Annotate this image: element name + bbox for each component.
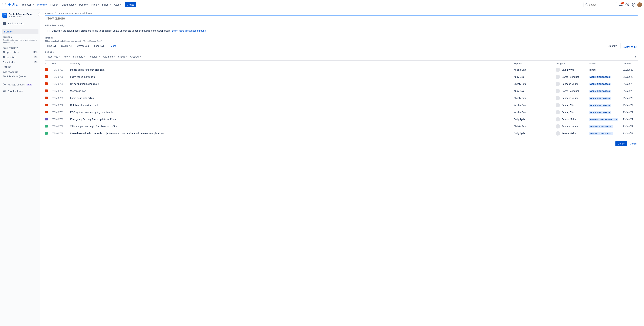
col-summary[interactable]: Summary: [70, 62, 514, 65]
manage-queues[interactable]: Manage queues NEW: [2, 81, 38, 88]
status-lozenge[interactable]: WORK IN PROGRESS: [589, 97, 611, 100]
issue-key[interactable]: ITSM-6792: [52, 104, 70, 106]
reporter[interactable]: Keisha Onai: [514, 104, 556, 106]
issue-summary[interactable]: I can't reach the website.: [70, 76, 514, 78]
issue-key[interactable]: ITSM-6791: [52, 111, 70, 113]
issue-type-icon[interactable]: [45, 111, 48, 113]
columns-expand-icon[interactable]: ▾: [635, 55, 636, 58]
filter-more[interactable]: +More: [108, 45, 116, 47]
assignee[interactable]: Sammy Vito: [556, 68, 589, 72]
give-feedback[interactable]: Give feedback: [2, 88, 38, 95]
column-chip[interactable]: Key×: [64, 55, 70, 58]
assignee[interactable]: Sandeep Varma: [556, 82, 589, 86]
assignee[interactable]: Dante Rodriguez: [556, 75, 589, 79]
sidebar-item-all-my-tickets[interactable]: All my tickets5: [2, 55, 38, 60]
issue-type-icon[interactable]: [45, 75, 48, 78]
reporter[interactable]: Abby Cole: [514, 76, 556, 78]
settings-icon[interactable]: [631, 2, 636, 8]
assignee[interactable]: Sandeep Varma: [556, 124, 589, 128]
help-icon[interactable]: [624, 2, 630, 8]
back-to-project[interactable]: ← Back to project: [2, 20, 38, 27]
issue-key[interactable]: ITSM-6797: [52, 68, 70, 71]
queue-name-input[interactable]: [45, 16, 638, 21]
status-lozenge[interactable]: WORK IN PROGRESS: [589, 76, 611, 78]
remove-icon[interactable]: ×: [99, 55, 100, 58]
assignee[interactable]: Sandeep Varma: [556, 96, 589, 100]
reporter[interactable]: Abby Cole: [514, 90, 556, 92]
remove-icon[interactable]: ×: [126, 55, 127, 58]
filter-chip[interactable]: Label: All ▾: [94, 45, 106, 47]
col-assignee[interactable]: Assignee: [556, 62, 589, 65]
reporter[interactable]: Christy Sato: [514, 125, 556, 128]
issue-summary[interactable]: Website is slow: [70, 90, 514, 92]
status-lozenge[interactable]: OPEN: [589, 69, 596, 71]
sidebar-item-open-tasks[interactable]: Open tasks0: [2, 60, 38, 65]
filter-chip[interactable]: Unresolved ▾: [77, 45, 90, 47]
issue-summary[interactable]: Login issue with Billing: [70, 97, 514, 99]
issue-summary[interactable]: Emergency Security Patch Update for Port…: [70, 118, 514, 121]
column-chip[interactable]: Assignee×: [103, 55, 115, 58]
remove-icon[interactable]: ×: [69, 55, 70, 58]
issue-summary[interactable]: Dell 24 inch monitor is broken: [70, 104, 514, 106]
col-reporter[interactable]: Reporter: [514, 62, 556, 65]
order-by[interactable]: Order by ▾: [608, 45, 618, 47]
issue-type-icon[interactable]: [45, 104, 48, 106]
reporter[interactable]: Carly Aydin: [514, 132, 556, 135]
remove-icon[interactable]: ×: [84, 55, 86, 58]
assignee[interactable]: Serena Mehta: [556, 117, 589, 121]
issue-summary[interactable]: POS system is not accepting credit cards: [70, 111, 514, 113]
column-chip[interactable]: Status×: [118, 55, 127, 58]
status-lozenge[interactable]: AWAITING IMPLEMENTATION: [589, 118, 618, 121]
issue-type-icon[interactable]: [45, 68, 48, 71]
issue-type-icon[interactable]: [45, 132, 48, 134]
reporter[interactable]: Christy Sato: [514, 97, 556, 99]
issue-summary[interactable]: Mobile app is randomly crashing.: [70, 68, 514, 71]
sidebar-item-all-tickets[interactable]: All tickets: [2, 29, 38, 34]
nav-item-projects[interactable]: Projects▾: [36, 2, 49, 8]
issue-type-icon[interactable]: [45, 97, 48, 99]
footer-cancel-button[interactable]: Cancel: [629, 141, 638, 146]
reporter[interactable]: Carly Aydin: [514, 118, 556, 121]
remove-icon[interactable]: ×: [140, 55, 141, 58]
search-input[interactable]: [589, 3, 618, 6]
assignee[interactable]: Dante Rodriguez: [556, 89, 589, 93]
breadcrumb-project[interactable]: Central Service Desk: [57, 12, 79, 15]
status-lozenge[interactable]: WAITING FOR SUPPORT: [589, 125, 613, 128]
issue-key[interactable]: ITSM-6788: [52, 132, 70, 135]
issue-type-icon[interactable]: [45, 125, 48, 127]
sidebar-item-aws-queue[interactable]: AWS Products Queue: [2, 74, 38, 79]
status-lozenge[interactable]: WORK IN PROGRESS: [589, 83, 611, 85]
app-switcher-icon[interactable]: [2, 3, 6, 7]
nav-item-your-work[interactable]: Your work▾: [20, 2, 36, 8]
search-box[interactable]: [584, 2, 617, 7]
reporter[interactable]: Christy Sato: [514, 83, 556, 85]
notifications-icon[interactable]: 9+: [618, 2, 624, 8]
status-lozenge[interactable]: WORK IN PROGRESS: [589, 90, 611, 93]
col-type[interactable]: T: [45, 62, 52, 65]
issue-key[interactable]: ITSM-6793: [52, 97, 70, 99]
nav-item-people[interactable]: People▾: [78, 2, 90, 8]
sidebar-item-all-open-tickets[interactable]: All open tickets19: [2, 50, 38, 55]
issue-key[interactable]: ITSM-6794: [52, 90, 70, 92]
switch-to-jql[interactable]: Switch to JQL: [624, 46, 638, 48]
filter-chip[interactable]: Status: All ▾: [61, 45, 73, 47]
status-lozenge[interactable]: WAITING FOR SUPPORT: [589, 132, 613, 135]
assignee[interactable]: Sammy Vito: [556, 103, 589, 107]
col-status[interactable]: Status: [589, 62, 623, 65]
column-chip[interactable]: Created×: [130, 55, 141, 58]
issue-key[interactable]: ITSM-6796: [52, 76, 70, 78]
breadcrumb-projects[interactable]: Projects: [45, 12, 54, 15]
sidebar-item-other[interactable]: › OTHER: [2, 65, 38, 69]
column-chip[interactable]: Summary×: [73, 55, 86, 58]
column-chip[interactable]: Issue Type×: [47, 55, 61, 58]
col-created[interactable]: Created: [623, 62, 638, 65]
issue-key[interactable]: ITSM-6795: [52, 83, 70, 85]
status-lozenge[interactable]: WORK IN PROGRESS: [589, 104, 611, 107]
jira-logo[interactable]: Jira: [8, 3, 18, 7]
nav-item-insight[interactable]: Insight▾: [100, 2, 112, 8]
col-key[interactable]: Key: [52, 62, 70, 65]
issue-key[interactable]: ITSM-6789: [52, 125, 70, 128]
user-avatar[interactable]: [637, 2, 642, 7]
issue-type-icon[interactable]: [45, 82, 48, 85]
nav-item-apps[interactable]: Apps▾: [112, 2, 122, 8]
